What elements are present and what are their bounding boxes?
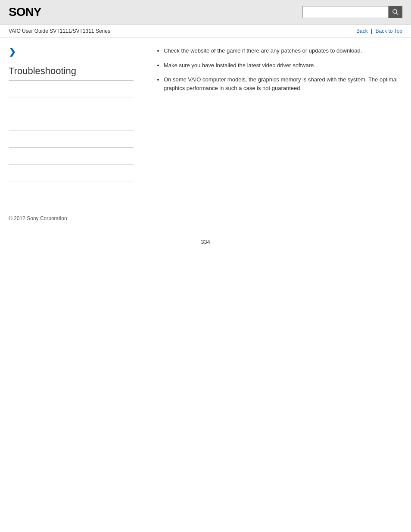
sub-header: VAIO User Guide SVT1111/SVT1311 Series B…: [0, 25, 411, 38]
list-item[interactable]: [9, 148, 134, 165]
svg-line-1: [396, 13, 398, 15]
back-link[interactable]: Back: [356, 28, 368, 34]
content-item-3: On some VAIO computer models, the graphi…: [164, 75, 402, 92]
list-item[interactable]: [9, 114, 134, 131]
copyright-text: © 2012 Sony Corporation: [9, 215, 67, 221]
sidebar-nav-link[interactable]: [9, 119, 134, 125]
sidebar-nav-link[interactable]: [9, 153, 134, 159]
search-input[interactable]: [302, 6, 389, 18]
page-number: 334: [0, 230, 411, 254]
content-list: Check the website of the game if there a…: [155, 47, 402, 92]
guide-title: VAIO User Guide SVT1111/SVT1311 Series: [9, 28, 110, 34]
header: SONY: [0, 0, 411, 25]
back-to-top-link[interactable]: Back to Top: [376, 28, 402, 34]
sidebar-title: Troubleshooting: [9, 65, 134, 81]
list-item[interactable]: [9, 165, 134, 181]
content-item-2: Make sure you have installed the latest …: [164, 61, 402, 70]
sidebar-nav: [9, 81, 134, 198]
content-area: Check the website of the game if there a…: [142, 47, 402, 198]
sidebar-nav-link[interactable]: [9, 103, 134, 109]
nav-separator: |: [371, 28, 372, 34]
search-button[interactable]: [389, 6, 402, 18]
sidebar-nav-link[interactable]: [9, 170, 134, 176]
sidebar: ❯ Troubleshooting: [9, 47, 142, 198]
list-item[interactable]: [9, 97, 134, 114]
svg-point-0: [393, 9, 397, 13]
search-icon: [392, 9, 399, 16]
list-item[interactable]: [9, 181, 134, 198]
sony-logo: SONY: [9, 5, 41, 19]
list-item[interactable]: [9, 131, 134, 148]
chevron-icon: ❯: [9, 47, 134, 57]
content-divider: [155, 101, 402, 101]
content-item-1: Check the website of the game if there a…: [164, 47, 402, 55]
footer: © 2012 Sony Corporation: [0, 207, 411, 230]
sidebar-nav-link[interactable]: [9, 187, 134, 193]
sidebar-nav-link[interactable]: [9, 136, 134, 142]
sidebar-nav-link[interactable]: [9, 86, 134, 92]
list-item[interactable]: [9, 81, 134, 97]
nav-links: Back | Back to Top: [356, 28, 402, 34]
search-container: [302, 6, 402, 18]
main-content: ❯ Troubleshooting Check the website of t…: [0, 38, 411, 207]
